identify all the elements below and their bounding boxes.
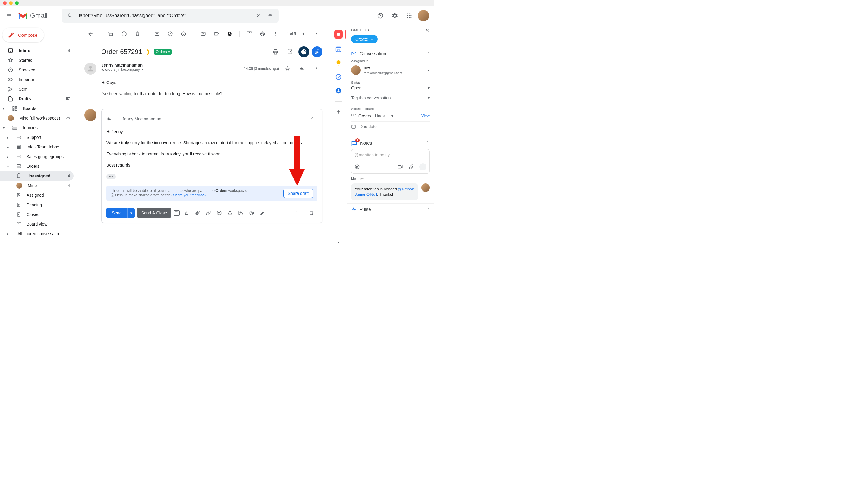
- nav-inboxes[interactable]: ▾ Inboxes: [0, 123, 74, 133]
- nav-inbox[interactable]: Inbox4: [0, 46, 74, 55]
- search-icon[interactable]: [64, 10, 76, 22]
- rail-tasks-icon[interactable]: [335, 73, 342, 80]
- drive-icon[interactable]: [226, 209, 234, 217]
- reply-mode-icon[interactable]: [107, 116, 112, 122]
- nav-drafts[interactable]: Drafts57: [0, 94, 74, 104]
- nav-unassigned[interactable]: Unassigned4: [0, 171, 74, 181]
- remove-label-icon[interactable]: ×: [168, 50, 170, 54]
- snooze-icon[interactable]: [164, 28, 176, 40]
- chevron-down-icon[interactable]: ▾: [391, 114, 393, 118]
- nav-pending[interactable]: Pending: [0, 200, 74, 209]
- feedback-link[interactable]: Share your feedback: [173, 193, 207, 197]
- format-icon[interactable]: [183, 209, 190, 217]
- board-row[interactable]: Orders, Unas… ▾ View: [351, 112, 430, 120]
- nav-mine[interactable]: Mine4: [0, 181, 74, 190]
- rail-contacts-icon[interactable]: [335, 87, 342, 94]
- spam-icon[interactable]: [118, 28, 130, 40]
- rail-calendar-icon[interactable]: 31: [335, 46, 342, 53]
- nav-assigned[interactable]: Assigned1: [0, 190, 74, 200]
- compose-more-icon[interactable]: [291, 207, 303, 219]
- image-icon[interactable]: [237, 209, 245, 217]
- send-button[interactable]: Send: [107, 208, 127, 218]
- nav-boards[interactable]: ▸ Boards: [0, 104, 74, 113]
- add-task-icon[interactable]: [178, 28, 190, 40]
- emoji-icon[interactable]: [215, 209, 223, 217]
- signature-icon[interactable]: [259, 209, 266, 217]
- note-attach-icon[interactable]: [408, 164, 414, 170]
- message-more-icon[interactable]: [310, 62, 322, 75]
- assignee-picker[interactable]: metarekdelacruz@gmail.com ▾: [351, 64, 430, 77]
- move-icon[interactable]: [197, 28, 209, 40]
- notes-section-header[interactable]: Notes ⌃: [351, 140, 430, 146]
- compose-button[interactable]: Compose: [2, 28, 44, 42]
- account-avatar[interactable]: [418, 10, 429, 21]
- delete-icon[interactable]: [131, 28, 143, 40]
- chevron-down-icon[interactable]: ▾: [428, 86, 430, 90]
- pulse-section-header[interactable]: Pulse ⌃: [351, 207, 430, 212]
- settings-icon[interactable]: [389, 10, 401, 22]
- back-icon[interactable]: [85, 28, 97, 40]
- search-options-icon[interactable]: [264, 10, 276, 22]
- rail-add-icon[interactable]: [335, 109, 342, 115]
- send-options-button[interactable]: ▾: [127, 208, 135, 218]
- conversation-section-header[interactable]: Conversation ⌃: [351, 50, 430, 56]
- popout-icon[interactable]: [284, 46, 296, 58]
- link-badge-icon[interactable]: [312, 46, 322, 57]
- nav-mine-workspaces[interactable]: Mine (all workspaces)25: [0, 113, 74, 123]
- pending-toolbar-icon[interactable]: [224, 28, 236, 40]
- nav-support[interactable]: ▸Support: [0, 133, 74, 142]
- menu-icon[interactable]: [2, 9, 16, 22]
- chevron-up-icon[interactable]: ⌃: [426, 50, 430, 56]
- rail-collapse-icon[interactable]: [336, 240, 341, 245]
- panel-close-icon[interactable]: [425, 28, 430, 33]
- label-icon[interactable]: [210, 28, 222, 40]
- clear-search-icon[interactable]: [252, 10, 264, 22]
- next-icon[interactable]: [310, 28, 322, 40]
- gmelius-create-button[interactable]: Create ▼: [351, 35, 378, 43]
- gmail-logo[interactable]: Gmail: [18, 12, 53, 20]
- insert-link-icon[interactable]: [204, 209, 212, 217]
- note-video-icon[interactable]: [398, 164, 403, 170]
- mac-zoom[interactable]: [15, 1, 19, 5]
- archive-icon[interactable]: [105, 28, 117, 40]
- tag-picker[interactable]: Tag this conversation▾: [351, 93, 430, 103]
- nav-sales[interactable]: ▸Sales googlegroups.c…: [0, 152, 74, 161]
- mark-unread-icon[interactable]: [151, 28, 163, 40]
- chevron-down-icon[interactable]: ▾: [428, 95, 430, 100]
- important-marker-icon[interactable]: ❯: [146, 48, 151, 55]
- reply-to[interactable]: Jenny Macmanaman: [122, 116, 161, 121]
- nav-all-shared[interactable]: ▸All shared conversatio…: [0, 229, 74, 239]
- nav-info[interactable]: ▸Info - Team Inbox: [0, 142, 74, 152]
- print-icon[interactable]: [269, 46, 281, 58]
- note-input[interactable]: @mention to notify +: [351, 149, 430, 174]
- nav-snoozed[interactable]: Snoozed: [0, 65, 74, 75]
- reply-body[interactable]: Hi Jenny, We are truly sorry for the inc…: [102, 129, 322, 183]
- note-send-icon[interactable]: +: [419, 163, 426, 170]
- search-input[interactable]: [76, 13, 252, 19]
- mac-close[interactable]: [3, 1, 7, 5]
- more-icon[interactable]: [270, 28, 282, 40]
- recipient-line[interactable]: to orders.jmikecompany: [101, 67, 239, 72]
- prev-icon[interactable]: [297, 28, 309, 40]
- nav-closed[interactable]: Closed: [0, 209, 74, 219]
- mac-minimize[interactable]: [9, 1, 13, 5]
- show-trimmed-icon[interactable]: •••: [107, 174, 116, 179]
- chevron-up-icon[interactable]: ⌃: [426, 207, 430, 212]
- panel-more-icon[interactable]: [416, 28, 421, 33]
- star-message-icon[interactable]: [281, 62, 293, 75]
- discard-icon[interactable]: [305, 207, 318, 219]
- tracking-badge-icon[interactable]: [298, 46, 309, 57]
- status-picker[interactable]: Open▾: [351, 86, 430, 93]
- send-close-button[interactable]: Send & Close: [137, 208, 171, 218]
- label-chip[interactable]: Orders×: [154, 49, 172, 55]
- chevron-up-icon[interactable]: ⌃: [426, 140, 430, 146]
- confidential-icon[interactable]: [248, 209, 256, 217]
- board-toolbar-icon[interactable]: [243, 28, 255, 40]
- nav-important[interactable]: Important: [0, 75, 74, 84]
- rail-keep-icon[interactable]: [335, 60, 342, 66]
- rail-gmelius-icon[interactable]: [334, 30, 343, 38]
- note-emoji-icon[interactable]: [354, 164, 360, 170]
- popout-compose-icon[interactable]: [305, 113, 318, 125]
- reply-icon[interactable]: [296, 62, 308, 75]
- nav-board-view[interactable]: Board view: [0, 219, 74, 229]
